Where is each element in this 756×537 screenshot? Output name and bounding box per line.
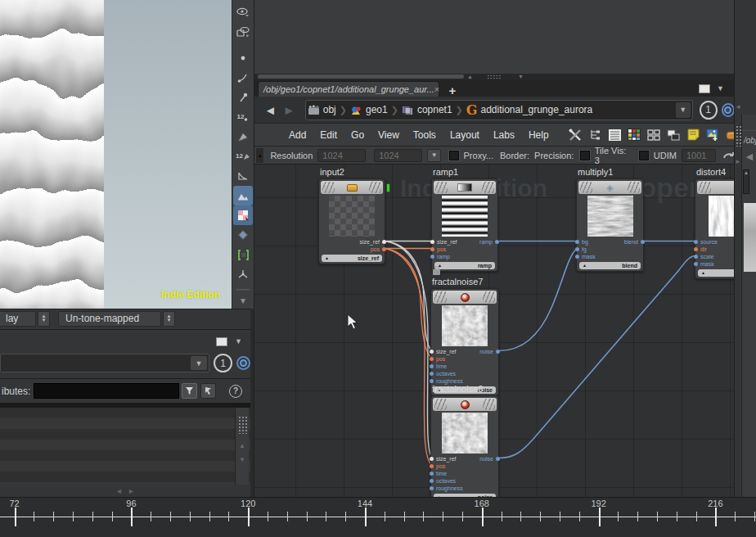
menu-tools[interactable]: Tools [412,128,438,142]
proxy-checkbox[interactable] [449,151,458,160]
pin-rings-icon[interactable] [236,356,250,370]
pane-screen-icon[interactable] [216,337,227,346]
menu-add[interactable]: Add [287,128,308,142]
display-select[interactable]: lay [0,311,36,327]
input-port-dot[interactable] [575,247,579,251]
point-markers-icon[interactable] [233,88,253,107]
input-port-dot[interactable] [575,255,579,259]
input-port-dot[interactable] [430,357,434,361]
new-tab-button[interactable]: + [446,83,459,97]
network-tab[interactable]: /obj/geo1/copnet1/additional_grunge_aur.… [258,81,439,97]
output-port-dot[interactable] [382,247,386,251]
color-palette-icon[interactable] [627,128,642,142]
input-port-dot[interactable] [694,240,698,244]
profiles-icon[interactable] [233,166,253,186]
more-tools-icon[interactable]: ▼ [233,291,253,310]
scroll-up-icon[interactable]: ▲ [236,442,249,449]
display-flag[interactable] [386,183,390,192]
port-row[interactable]: source [695,238,735,246]
node-fractalnoise6[interactable]: fractalnoise6 size_refnoise pos time oct… [430,395,499,497]
nav-back-icon[interactable]: ◄ [264,103,277,117]
node-header[interactable] [321,181,383,194]
layout-grid-icon[interactable] [646,128,662,142]
tree-view-icon[interactable] [587,128,603,142]
parameter-table[interactable] [0,403,250,485]
resolution-x-field[interactable]: 1024 [317,149,366,162]
port-row[interactable]: pos [431,463,498,470]
menu-layout[interactable]: Layout [448,128,481,142]
menu-labs[interactable]: Labs [492,128,516,142]
link-badge[interactable]: 1 [214,354,232,372]
tilevis-checkbox[interactable] [580,151,589,160]
filter-funnel-button[interactable] [182,383,197,399]
input-port-dot[interactable] [694,255,698,259]
tools-icon[interactable] [568,128,583,142]
node-footer[interactable]: ▲size_ref [322,255,382,262]
port-row[interactable]: octaves [431,370,498,377]
pane-divider[interactable]: ◄ ► [735,82,741,278]
udim-field[interactable]: 1001 [682,149,716,162]
node-footer[interactable]: ▲ [698,269,735,277]
hscroll-grip[interactable] [487,74,502,79]
menu-help[interactable]: Help [527,128,551,142]
node-footer[interactable]: ▲ramp [434,262,495,269]
node-multiply1[interactable]: multiply1 ◈ bgblend fg mask ▲blend [576,178,644,272]
second-network-pane[interactable]: /obj ◄ ▲ [741,115,756,497]
input-port-dot[interactable] [430,247,434,251]
attributes-input[interactable] [34,383,179,399]
pane-menu-arrow-icon[interactable]: ▼ [717,84,724,93]
input-port-dot[interactable] [430,464,434,468]
output-port-dot[interactable] [496,350,500,354]
point-numbers-icon[interactable]: 12 [233,107,253,127]
port-row[interactable]: size_reframp [432,238,497,246]
input-port-dot[interactable] [430,472,434,476]
input-port-dot[interactable] [430,372,434,376]
history-back-icon[interactable]: ◄ [115,487,123,495]
input-port-dot[interactable] [694,247,698,251]
node-header[interactable] [433,291,497,304]
menu-edit[interactable]: Edit [318,128,339,142]
resolution-y-field[interactable]: 1024 [374,149,422,162]
timeline-ruler[interactable] [0,498,756,537]
input-port-dot[interactable] [575,240,579,244]
scroll-down-icon[interactable]: ▼ [236,456,249,463]
port-row[interactable]: fg [577,246,643,253]
port-row[interactable]: dir [695,246,735,253]
pane-menu-arrow-icon[interactable]: ▼ [235,337,242,345]
node-footer[interactable]: ▲blend [579,262,641,269]
node-header[interactable] [697,181,735,194]
history-forward-icon[interactable]: ► [128,487,135,495]
port-row[interactable]: size_refnoise [431,348,498,355]
input-port-dot[interactable] [430,364,434,368]
resolution-preset-icon[interactable]: ▼ [427,149,441,162]
link-badge[interactable]: 1 [700,101,718,120]
port-row[interactable]: pos [319,246,385,253]
port-row[interactable]: size_refnoise [431,455,498,463]
handles-icon[interactable] [233,264,253,284]
port-row[interactable]: scale [695,253,735,260]
port-row[interactable]: mask [577,253,643,260]
node-path-dropdown[interactable]: ▼ [0,354,209,372]
add-image-icon[interactable] [705,128,721,142]
output-port-dot[interactable] [641,240,645,244]
pane-expand-icon[interactable]: ▲ [256,148,263,163]
output-port-dot[interactable] [495,240,499,244]
tab-close-icon[interactable]: × [434,84,439,94]
divider-grip[interactable] [736,125,741,147]
node-header[interactable]: ◈ [578,181,641,194]
show-points-icon[interactable] [233,48,253,68]
path-dropdown-icon[interactable]: ▼ [676,102,691,118]
input-port-dot[interactable] [430,350,434,354]
port-row[interactable]: time [431,470,498,477]
port-row[interactable]: mask [695,260,735,268]
hscroll-handle[interactable] [258,74,464,79]
scrollbar-grip[interactable] [238,416,247,434]
breadcrumb-current[interactable]: G additional_grunge_aurora [466,102,592,118]
texture-background-icon[interactable] [233,205,253,225]
prim-normals-icon[interactable] [233,127,253,147]
nav-forward-icon[interactable]: ► [283,103,295,117]
display-options-icon[interactable] [233,225,253,245]
sliver-back-icon[interactable]: ◄ [742,145,756,163]
hscroll-down-icon[interactable]: ▼ [518,74,524,79]
port-row[interactable]: octaves [431,477,498,485]
